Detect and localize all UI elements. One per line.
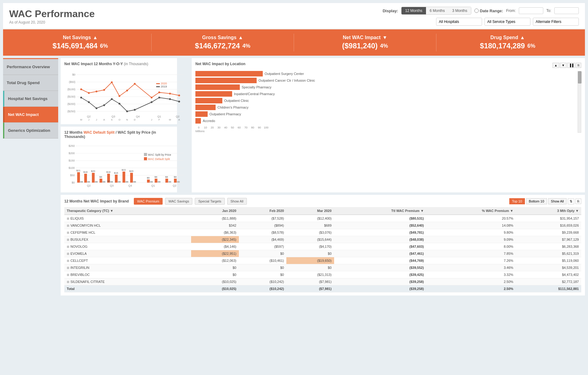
list-item: Outpatient Pharmacy [195,111,578,117]
col-feb[interactable]: Feb 2020 [239,207,286,215]
drug-spend-pct: 6% [527,43,535,49]
date-range-label: Date Range: [480,9,503,13]
tab-wac-savings[interactable]: WAC Savings [165,198,192,205]
svg-text:$0: $0 [72,181,75,184]
col-jan[interactable]: Jan 2020 [191,207,239,215]
sidebar-item-generics[interactable]: Generics Optimization [3,123,58,139]
svg-rect-113 [144,157,147,160]
sidebar-item-drug-spend[interactable]: Total Drug Spend [3,75,58,91]
table-row: ⊞INTEGRILIN$0$0$0($39,552)3.46%$4,539,20… [64,264,581,271]
svg-text:$18: $18 [106,171,111,173]
svg-text:S: S [111,118,112,121]
sidebar-item-hospital-savings-label: Hospital Net Savings [8,96,47,101]
to-date-input[interactable] [554,7,579,14]
sort-icon-btn[interactable]: ⇅ [568,199,574,204]
sort-down-btn[interactable]: ▼ [560,63,567,68]
svg-text:Q2: Q2 [176,115,179,118]
location-chart-box: Net WAC Impact by Location ▲ ▼ ▐▐ ⎘ [192,58,585,192]
filter-row: All Hospitals All Service Types Alternat… [436,18,579,26]
scrollbar[interactable] [578,71,581,133]
svg-rect-74 [87,181,90,183]
svg-text:D: D [134,118,136,121]
summary-banner: Net Savings ▲ $145,691,484 6% Gross Savi… [3,29,585,56]
net-savings-summary: Net Savings ▲ $145,691,484 6% [9,34,152,51]
sidebar-item-net-wac-label: Net WAC Impact [8,112,39,117]
svg-text:$250: $250 [69,144,75,147]
gross-savings-arrow: ▲ [238,35,243,40]
bar-outpatient-surgery [195,71,263,76]
btn-show-all[interactable]: Show All [548,198,567,204]
svg-text:$21: $21 [76,169,81,172]
gross-savings-summary: Gross Savings ▲ $146,672,724 4% [152,34,294,51]
tab-special-targets[interactable]: Special Targets [195,198,224,205]
service-type-filter[interactable]: All Service Types [484,18,530,26]
from-date-input[interactable] [519,7,543,14]
col-tc[interactable]: Therapeutic Category (TC) ▼ [64,207,191,215]
svg-point-52 [178,101,180,102]
hospital-filter[interactable]: All Hospitals [436,18,482,26]
svg-rect-71 [80,181,83,183]
col-pct[interactable]: % WAC Premium ▼ [426,207,516,215]
svg-text:$0: $0 [107,180,110,183]
svg-text:A: A [103,118,105,121]
svg-text:$20: $20 [91,170,95,173]
svg-text:Q1: Q1 [157,115,161,118]
svg-rect-84 [115,175,118,183]
svg-point-50 [158,97,160,98]
table-row: ⊞NOVOLOG($4,146)($597)($4,170)($47,603)8… [64,243,581,250]
brand-table: Therapeutic Category (TC) ▼ Jan 2020 Feb… [64,207,581,292]
sort-up-btn[interactable]: ▲ [552,63,559,68]
svg-text:A: A [178,118,180,121]
svg-rect-53 [156,83,160,84]
btn-bottom10[interactable]: Bottom 10 [526,198,547,204]
svg-point-30 [88,92,90,94]
export-icon-btn[interactable]: ⎘ [575,199,581,204]
btn-12-months[interactable]: 12 Months [401,7,426,14]
bar-chart-btn[interactable]: ▐▐ [567,63,575,68]
svg-text:$50: $50 [70,174,75,177]
page-title: WAC Performance [9,8,95,20]
svg-text:M: M [80,118,82,121]
svg-text:$150: $150 [69,159,75,162]
main-content: Performance Overview Total Drug Spend Ho… [3,58,585,295]
date-range-radio[interactable] [474,9,479,13]
svg-text:Q1: Q1 [151,184,155,187]
col-mar[interactable]: Mar 2020 [286,207,334,215]
svg-text:2019: 2019 [161,85,167,88]
btn-6-months[interactable]: 6 Months [426,7,448,14]
alternate-filter[interactable]: Alternate Filters [533,18,579,26]
svg-rect-69 [77,172,80,183]
svg-point-35 [126,90,128,91]
sidebar-item-net-wac[interactable]: Net WAC Impact [3,107,58,123]
col-ttl[interactable]: Ttl WAC Premium ▼ [334,207,426,215]
location-chart-title: Net WAC Impact by Location [195,62,245,66]
svg-point-47 [126,110,128,112]
tab-wac-premium[interactable]: WAC Premium [134,198,163,205]
col-opty[interactable]: 3 Mth Opty ▼ [516,207,581,215]
svg-text:($50): ($50) [69,80,75,84]
table-title: 12 Months Net WAC Impact by Brand [64,199,129,203]
sidebar-item-generics-label: Generics Optimization [8,128,50,133]
list-item: Outpatient Surgery Center [195,71,578,76]
svg-point-31 [96,91,97,92]
sidebar-item-performance[interactable]: Performance Overview [3,58,58,75]
drug-spend-summary: Drug Spend ▲ $180,174,289 6% [436,34,579,51]
svg-point-51 [169,98,171,100]
list-item: Outpatient Cancer Ctr / Infusion Clinic [195,78,578,83]
tab-show-all[interactable]: Show All [227,198,247,205]
table-row: ⊞CEFEPIME HCL($6,363)($8,578)($3,076)($4… [64,229,581,236]
sidebar-item-hospital-savings[interactable]: Hospital Net Savings [3,91,58,107]
net-savings-value: $145,691,484 [53,42,98,50]
export-btn[interactable]: ⎘ [576,63,581,68]
svg-rect-104 [177,181,180,183]
svg-point-36 [134,83,136,85]
svg-rect-95 [150,181,153,183]
date-range-option[interactable]: Date Range: [474,9,503,13]
bar-chart-title: 12 Months WAC Default Split / WAC Split … [64,130,173,139]
btn-top10[interactable]: Top 10 [509,198,525,204]
bar-inpatient [195,91,232,97]
svg-text:Q3: Q3 [111,115,115,118]
svg-rect-101 [168,181,171,183]
table-row: ⊞BUSULFEX($22,345)($4,469)($15,644)($48,… [64,236,581,243]
btn-3-months[interactable]: 3 Months [448,7,471,14]
